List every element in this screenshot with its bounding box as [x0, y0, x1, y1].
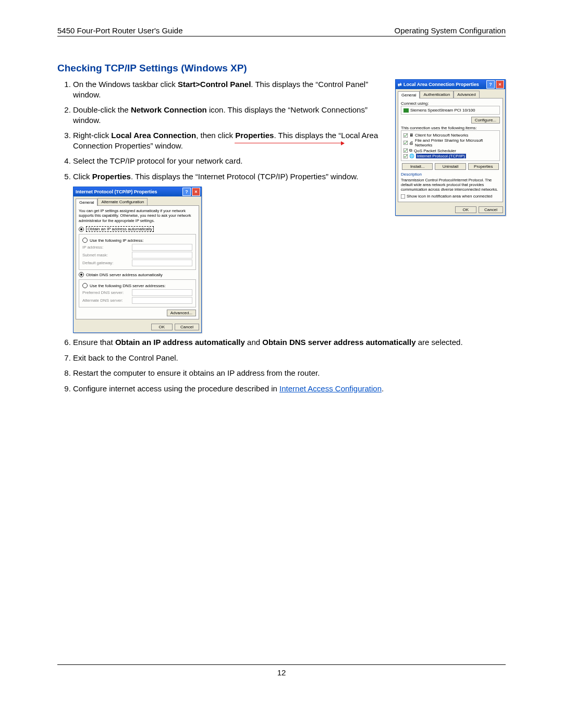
- description-label: Description: [401, 172, 500, 177]
- pdns-label: Preferred DNS server:: [82, 290, 132, 295]
- ip-field: [132, 244, 192, 251]
- computer-icon: 🖥: [409, 133, 413, 138]
- close-icon[interactable]: ×: [192, 188, 200, 196]
- uses-label: This connection uses the following items…: [401, 126, 500, 130]
- list-item: Client for Microsoft Networks: [415, 133, 468, 138]
- step-7: Exit back to the Control Panel.: [73, 353, 506, 363]
- header-right: Operating System Configuration: [395, 26, 506, 35]
- conn-titlebar: ⇄ Local Area Connection Properties ? ×: [396, 80, 505, 89]
- cancel-button[interactable]: Cancel: [479, 206, 503, 213]
- tcpip-title: Internet Protocol (TCP/IP) Properties: [76, 189, 157, 194]
- step-9: Configure internet access using the proc…: [73, 384, 506, 394]
- notify-label: Show icon in notification area when conn…: [407, 194, 493, 199]
- adns-field: [132, 297, 192, 304]
- netconn-icon: ⇄: [398, 82, 402, 87]
- gw-field: [132, 260, 192, 266]
- radio-auto-ip[interactable]: Obtain an IP address automatically: [79, 226, 196, 232]
- callout-arrow: [235, 143, 344, 143]
- close-icon[interactable]: ×: [496, 80, 504, 89]
- properties-button[interactable]: Properties: [468, 163, 499, 170]
- tab-general[interactable]: General: [76, 199, 97, 206]
- ok-button[interactable]: OK: [455, 206, 477, 213]
- section-title: Checking TCP/IP Settings (Windows XP): [57, 63, 506, 74]
- connect-using-label: Connect using:: [401, 101, 500, 106]
- conn-title: Local Area Connection Properties: [403, 82, 479, 87]
- checkbox-icon[interactable]: [401, 194, 405, 199]
- mask-label: Subnet mask:: [82, 253, 132, 257]
- page-number: 12: [57, 664, 506, 677]
- nic-icon: [403, 108, 409, 113]
- steps-list-cont: Ensure that Obtain an IP address automat…: [57, 337, 506, 393]
- step-6: Ensure that Obtain an IP address automat…: [73, 337, 506, 348]
- checkbox-icon[interactable]: [403, 133, 408, 138]
- list-item: File and Printer Sharing for Microsoft N…: [415, 138, 497, 147]
- adapter-name: Siemens SpeedStream PCI 10/100: [410, 108, 475, 113]
- tab-general[interactable]: General: [398, 91, 420, 98]
- qos-icon: ⧉: [409, 148, 412, 153]
- uninstall-button[interactable]: Uninstall: [435, 163, 466, 170]
- printer-icon: 🖨: [409, 141, 413, 145]
- svg-rect-4: [401, 194, 405, 199]
- tcpip-icon: 🌐: [409, 154, 414, 158]
- install-button[interactable]: Install...: [402, 163, 433, 170]
- help-icon[interactable]: ?: [486, 80, 495, 89]
- checkbox-icon[interactable]: [403, 141, 408, 145]
- tab-advanced[interactable]: Advanced: [454, 91, 480, 98]
- radio-use-ip[interactable]: Use the following IP address:: [82, 238, 192, 243]
- list-item-selected: Internet Protocol (TCP/IP): [416, 154, 466, 158]
- pdns-field: [132, 289, 192, 296]
- radio-auto-dns[interactable]: Obtain DNS server address automatically: [79, 272, 196, 277]
- adns-label: Alternate DNS server:: [82, 298, 132, 303]
- header-left: 5450 Four-Port Router User's Guide: [57, 26, 182, 35]
- description-text: Transmission Control Protocol/Internet P…: [401, 178, 500, 192]
- tcpip-props-dialog: Internet Protocol (TCP/IP) Properties ? …: [73, 187, 202, 333]
- gw-label: Default gateway:: [82, 261, 132, 265]
- items-list[interactable]: 🖥Client for Microsoft Networks 🖨File and…: [401, 130, 500, 161]
- ip-label: IP address:: [82, 245, 132, 250]
- tab-authentication[interactable]: Authentication: [420, 91, 454, 98]
- mask-field: [132, 252, 192, 258]
- checkbox-icon[interactable]: [403, 149, 408, 153]
- help-icon[interactable]: ?: [182, 188, 191, 196]
- configure-button[interactable]: Configure...: [471, 117, 500, 124]
- cancel-button[interactable]: Cancel: [175, 324, 199, 330]
- link-internet-access-config[interactable]: Internet Access Configuration: [279, 384, 382, 393]
- list-item: QoS Packet Scheduler: [414, 149, 456, 153]
- tcpip-titlebar: Internet Protocol (TCP/IP) Properties ? …: [74, 187, 201, 196]
- ok-button[interactable]: OK: [151, 324, 173, 330]
- advanced-button[interactable]: Advanced...: [167, 310, 196, 316]
- checkbox-icon[interactable]: [403, 154, 408, 158]
- step-8: Restart the computer to ensure it obtain…: [73, 368, 506, 378]
- conn-props-dialog: ⇄ Local Area Connection Properties ? × G…: [395, 79, 506, 216]
- radio-use-dns[interactable]: Use the following DNS server addresses:: [82, 283, 192, 288]
- tcpip-blurb: You can get IP settings assigned automat…: [79, 208, 196, 223]
- tab-altconfig[interactable]: Alternate Configuration: [97, 198, 148, 205]
